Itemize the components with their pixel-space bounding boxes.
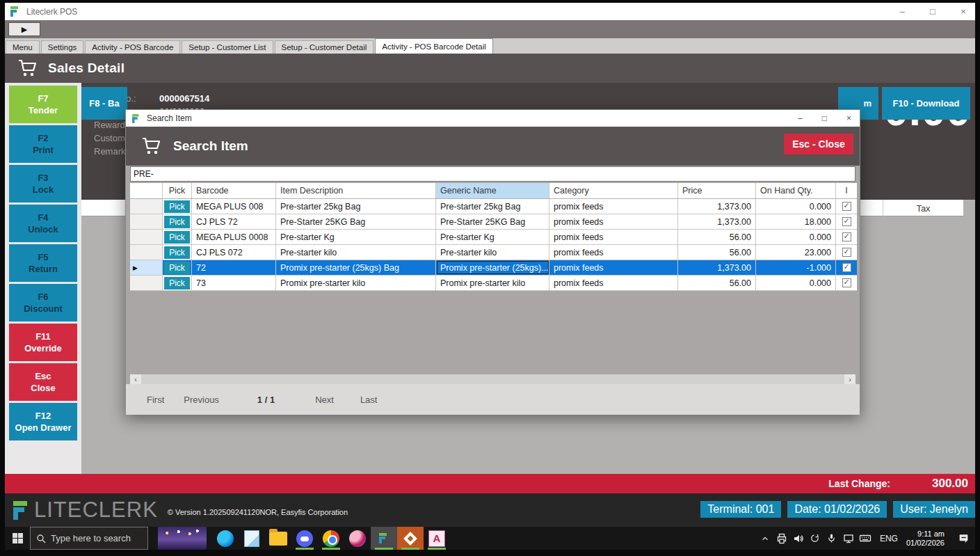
news-widget[interactable] xyxy=(158,527,207,550)
pick-button[interactable]: Pick xyxy=(164,262,190,274)
pick-button[interactable]: Pick xyxy=(164,246,190,259)
close-sale-button[interactable]: EscClose xyxy=(9,363,77,401)
return-button[interactable]: F5Return xyxy=(9,244,77,282)
price-cell: 56.00 xyxy=(678,230,756,244)
diamond-app-icon[interactable] xyxy=(397,527,424,550)
row-selector-cell: ▶ xyxy=(130,260,163,275)
tab-f10-download[interactable]: F10 - Download xyxy=(882,87,970,120)
row-checkbox[interactable] xyxy=(842,248,851,257)
barcode-cell: CJ PLS 72 xyxy=(192,214,276,229)
table-row-selected[interactable]: ▶ Pick 72 Promix pre-starter (25kgs) Bag… xyxy=(130,260,857,276)
tab-setup-customer-detail[interactable]: Setup - Customer Detail xyxy=(275,40,374,54)
barcode-header[interactable]: Barcode xyxy=(192,183,276,198)
keyboard-icon[interactable] xyxy=(859,532,871,545)
next-page-button[interactable]: Next xyxy=(315,395,334,405)
last-change-amount: 300.00 xyxy=(932,477,968,491)
lock-button[interactable]: F3Lock xyxy=(9,165,77,202)
page-title: Sales Detail xyxy=(48,61,124,76)
maximize-button[interactable]: □ xyxy=(928,6,938,17)
liteclerk-app-icon[interactable] xyxy=(371,527,397,550)
row-checkbox[interactable] xyxy=(842,232,851,241)
pick-button[interactable]: Pick xyxy=(164,200,190,213)
page-indicator: 1 / 1 xyxy=(257,395,275,405)
speaker-icon[interactable] xyxy=(792,532,805,545)
access-icon[interactable]: A xyxy=(424,527,450,550)
discord-icon[interactable] xyxy=(291,527,318,550)
horizontal-scrollbar[interactable]: ‹ › xyxy=(130,374,856,384)
esc-close-button[interactable]: Esc - Close xyxy=(784,134,853,154)
override-button[interactable]: F11Override xyxy=(9,324,77,361)
pick-header[interactable]: Pick xyxy=(163,183,192,198)
printer-icon[interactable] xyxy=(776,532,788,545)
qty-cell: -1.000 xyxy=(756,260,836,275)
user-badge: User: Jenelyn xyxy=(893,501,975,518)
previous-page-button[interactable]: Previous xyxy=(184,395,219,405)
tab-f8-barcode[interactable]: F8 - Ba xyxy=(81,87,127,120)
description-header[interactable]: Item Description xyxy=(276,183,436,198)
price-cell: 1,373.00 xyxy=(678,214,756,229)
scroll-left-icon[interactable]: ‹ xyxy=(130,374,141,384)
language-indicator[interactable]: ENG xyxy=(880,534,898,543)
discount-button[interactable]: F6Discount xyxy=(9,284,77,321)
print-button[interactable]: F2Print xyxy=(9,125,77,163)
category-header[interactable]: Category xyxy=(549,183,678,198)
item-search-input[interactable]: PRE- xyxy=(130,166,856,182)
paint-icon[interactable] xyxy=(344,527,371,550)
on-hand-qty-header[interactable]: On Hand Qty. xyxy=(756,183,836,198)
close-button[interactable]: × xyxy=(958,6,968,17)
notepad-icon[interactable] xyxy=(239,527,265,550)
row-checkbox[interactable] xyxy=(842,263,851,272)
minimize-button[interactable]: – xyxy=(897,6,907,17)
date-badge: Date: 01/02/2026 xyxy=(787,501,887,518)
open-drawer-button[interactable]: F12Open Drawer xyxy=(9,403,77,440)
dialog-maximize-button[interactable]: □ xyxy=(822,113,827,123)
table-row[interactable]: Pick CJ PLS 72 Pre-Starter 25KG Bag Pre-… xyxy=(130,214,857,230)
dialog-minimize-button[interactable]: – xyxy=(798,113,803,123)
table-row[interactable]: Pick 73 Promix pre-starter kilo Promix p… xyxy=(130,276,857,291)
barcode-cell: CJ PLS 072 xyxy=(192,245,276,260)
clock[interactable]: 9:11 am 01/02/2026 xyxy=(906,530,945,548)
tab-activity-pos-barcode-detail[interactable]: Activity - POS Barcode Detail xyxy=(375,38,493,54)
pagination-bar: First Previous 1 / 1 Next Last xyxy=(126,384,860,415)
run-button[interactable]: ▶ xyxy=(8,22,40,36)
tax-column-header: Tax xyxy=(883,200,963,216)
generic-name-cell: Pre-starter 25kg Bag xyxy=(436,199,549,214)
update-icon[interactable] xyxy=(809,532,821,545)
action-label: Return xyxy=(29,263,58,275)
unlock-button[interactable]: F4Unlock xyxy=(9,205,77,242)
tab-setup-customer-list[interactable]: Setup - Customer List xyxy=(182,40,273,54)
tab-settings[interactable]: Settings xyxy=(41,40,84,54)
last-page-button[interactable]: Last xyxy=(360,395,378,405)
flag-header[interactable]: I xyxy=(836,183,857,198)
row-checkbox[interactable] xyxy=(842,217,851,226)
tray-chevron-up-icon[interactable] xyxy=(759,532,771,545)
table-row[interactable]: Pick CJ PLS 072 Pre-starter kilo Pre-sta… xyxy=(130,245,857,260)
tab-activity-pos-barcode[interactable]: Activity - POS Barcode xyxy=(85,40,180,54)
notification-center-icon[interactable] xyxy=(957,532,970,545)
pick-button[interactable]: Pick xyxy=(164,231,190,244)
qty-cell: 0.000 xyxy=(756,230,836,244)
table-row[interactable]: Pick MEGA PLUS 008 Pre-starter 25kg Bag … xyxy=(130,199,857,214)
first-page-button[interactable]: First xyxy=(147,395,164,405)
tab-menu[interactable]: Menu xyxy=(6,40,40,54)
edge-icon[interactable] xyxy=(212,527,239,550)
tender-button[interactable]: F7Tender xyxy=(9,86,77,123)
search-icon xyxy=(36,534,46,543)
pick-button[interactable]: Pick xyxy=(164,277,190,289)
action-label: Print xyxy=(33,144,54,156)
taskbar-search-input[interactable]: Type here to search xyxy=(30,527,148,550)
chrome-icon[interactable] xyxy=(318,527,344,550)
dialog-close-button[interactable]: × xyxy=(846,113,851,123)
scroll-right-icon[interactable]: › xyxy=(844,374,856,384)
table-row[interactable]: Pick MEGA PLUS 0008 Pre-starter Kg Pre-s… xyxy=(130,230,857,245)
row-checkbox[interactable] xyxy=(842,278,851,287)
pick-button[interactable]: Pick xyxy=(164,216,190,228)
action-label: Discount xyxy=(24,303,63,315)
microphone-icon[interactable] xyxy=(826,532,838,545)
price-header[interactable]: Price xyxy=(678,183,756,198)
start-button[interactable] xyxy=(5,527,30,550)
row-checkbox[interactable] xyxy=(842,202,851,211)
generic-name-header[interactable]: Generic Name xyxy=(436,183,549,198)
file-explorer-icon[interactable] xyxy=(265,527,291,550)
display-icon[interactable] xyxy=(842,532,855,545)
